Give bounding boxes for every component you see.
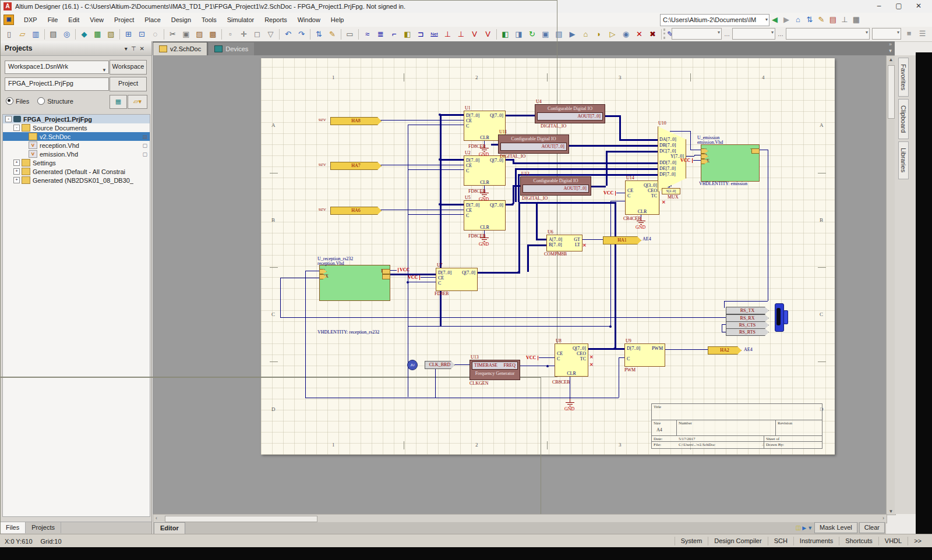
- filtered-objects-icon[interactable]: ▦: [91, 29, 104, 40]
- side-tab-clipboard[interactable]: Clipboard: [898, 99, 909, 139]
- bus-tool-icon[interactable]: ≣: [375, 29, 387, 40]
- gnd-port-icon[interactable]: ⊥: [442, 29, 454, 40]
- schematic-sheet[interactable]: [261, 58, 835, 455]
- tree-item-generated-nb2dsk01-08-db30-[interactable]: +Generated (NB2DSK01_08_DB30_: [3, 176, 150, 185]
- address-bar[interactable]: C:\Users\Altium-2\Documents\IM▾: [660, 14, 769, 26]
- line-style-icon[interactable]: ≡: [903, 28, 915, 40]
- tree-item-generated-default-all-constrai[interactable]: +Generated (Default - All Constrai: [3, 167, 150, 176]
- grid-combo[interactable]: [872, 28, 901, 40]
- vcc2-port-icon[interactable]: V: [482, 29, 494, 40]
- radio-structure[interactable]: Structure: [37, 97, 73, 105]
- menu-help[interactable]: Help: [326, 16, 350, 23]
- minimize-button[interactable]: –: [869, 0, 889, 12]
- menu-file[interactable]: File: [43, 16, 63, 23]
- status-tab-system[interactable]: System: [675, 537, 708, 545]
- filter-funnel-icon[interactable]: ▼: [807, 525, 813, 531]
- print-preview-icon[interactable]: ◎: [61, 29, 73, 40]
- status-tab-design-compiler[interactable]: Design Compiler: [708, 537, 767, 545]
- brush-icon[interactable]: ✎: [816, 14, 827, 25]
- status-tab-instruments[interactable]: Instruments: [793, 537, 839, 545]
- signal-harness-icon[interactable]: ⊐: [415, 29, 427, 40]
- scroll-right-icon[interactable]: ›: [882, 515, 884, 521]
- tree-item-settings[interactable]: +Settings: [3, 158, 150, 167]
- move-icon[interactable]: ✛: [238, 29, 250, 40]
- side-tab-favorites[interactable]: Favorites: [898, 58, 909, 97]
- validate-project-button[interactable]: ▦: [110, 95, 127, 109]
- menu-window[interactable]: Window: [292, 16, 326, 23]
- tree-expander[interactable]: -: [5, 116, 12, 122]
- constraint-combo[interactable]: [786, 28, 870, 40]
- sheet-symbol-icon[interactable]: ◧: [499, 29, 511, 40]
- scroll-down-icon[interactable]: ▼: [887, 509, 895, 514]
- save-icon[interactable]: ▥: [30, 29, 42, 40]
- redo-icon[interactable]: ↷: [295, 29, 308, 40]
- dxp-icon[interactable]: ▣: [3, 15, 14, 25]
- configuration-combo[interactable]: [732, 28, 775, 40]
- cut-icon[interactable]: ✂: [167, 29, 179, 40]
- tree-item-fpga-project1-prjfpg[interactable]: -FPGA_Project1.PrjFpg: [3, 115, 150, 123]
- tree-expander[interactable]: +: [13, 177, 20, 183]
- tree-item-emission-vhd[interactable]: Vemission.Vhd▢: [3, 150, 150, 158]
- layers-icon[interactable]: ▤: [827, 14, 839, 25]
- c-code-entry-icon[interactable]: ▶: [566, 29, 578, 40]
- scroll-up-icon[interactable]: ▲: [887, 56, 895, 64]
- menu-dxp[interactable]: DXP: [19, 16, 43, 23]
- zoom-selected-icon[interactable]: ◌: [149, 29, 161, 40]
- print-icon[interactable]: ▤: [47, 29, 59, 40]
- status-tab-shortcuts[interactable]: Shortcuts: [839, 537, 878, 545]
- maximize-button[interactable]: ▢: [889, 0, 909, 12]
- zoom-window-icon[interactable]: ⊞: [122, 29, 135, 40]
- harness-entry-icon[interactable]: ▷: [606, 29, 619, 40]
- select-area-icon[interactable]: ▫: [224, 29, 236, 40]
- zoom-document-icon[interactable]: ⊡: [136, 29, 148, 40]
- tree-expander[interactable]: +: [13, 160, 20, 166]
- menu-place[interactable]: Place: [139, 16, 166, 23]
- tree-item-reception-vhd[interactable]: Vreception.Vhd▢: [3, 141, 150, 150]
- editor-tab[interactable]: Editor: [154, 522, 185, 534]
- wire-tool-icon[interactable]: ≈: [361, 29, 373, 40]
- new-document-icon[interactable]: ▯: [3, 29, 15, 40]
- status-tab-vhdl[interactable]: VHDL: [878, 537, 908, 545]
- workspace-dropdown[interactable]: Workspace1.DsnWrk▼: [5, 61, 109, 74]
- harness-connector-icon[interactable]: ◗: [593, 29, 605, 40]
- hard-block-icon[interactable]: ▣: [539, 29, 552, 40]
- view-3d-icon[interactable]: ◆: [78, 29, 90, 40]
- c-code-symbol-icon[interactable]: ▤: [553, 29, 565, 40]
- annotate-icon[interactable]: ✎: [326, 29, 338, 40]
- menu-reports[interactable]: Reports: [259, 16, 292, 23]
- open-icon[interactable]: ▱: [16, 29, 29, 40]
- ellipsis-button-2[interactable]: …: [778, 31, 783, 37]
- menu-project[interactable]: Project: [109, 16, 139, 23]
- play-icon[interactable]: ▶: [802, 525, 806, 531]
- tab-overflow-buttons[interactable]: »▾: [886, 41, 895, 55]
- compile-mask-icon[interactable]: ✖: [647, 29, 659, 40]
- status-tab--[interactable]: >>: [908, 537, 927, 545]
- place-part-icon[interactable]: ◧: [401, 29, 414, 40]
- copy-icon[interactable]: ▣: [180, 29, 192, 40]
- tab-devices[interactable]: Devices: [209, 42, 254, 55]
- paste-array-icon[interactable]: ▩: [207, 29, 219, 40]
- tree-expander[interactable]: +: [13, 168, 20, 175]
- panel-tab-projects[interactable]: Projects: [26, 522, 61, 533]
- tree-item-v2-schdoc[interactable]: v2.SchDoc▤: [3, 132, 150, 141]
- close-icon[interactable]: ✕: [140, 45, 148, 52]
- variant-combo[interactable]: [672, 28, 722, 40]
- ellipsis-button[interactable]: …: [724, 31, 730, 37]
- sheet-entry-icon[interactable]: ◨: [513, 29, 525, 40]
- highlight-icon[interactable]: ◫: [796, 524, 801, 531]
- tree-item-source-documents[interactable]: -Source Documents: [3, 123, 150, 132]
- menu-design[interactable]: Design: [166, 16, 196, 23]
- project-field[interactable]: FPGA_Project1.PrjFpg: [5, 77, 109, 91]
- power-port-icon[interactable]: ⊥: [455, 29, 467, 40]
- grid-icon[interactable]: ▦: [850, 14, 862, 25]
- chevron-down-icon[interactable]: ▾: [765, 15, 768, 25]
- panel-menu-icon[interactable]: ▾: [125, 45, 131, 52]
- clear-button[interactable]: Clear: [859, 522, 885, 533]
- paste-icon[interactable]: ▨: [193, 29, 206, 40]
- close-button[interactable]: ✕: [909, 0, 929, 12]
- workspace-button[interactable]: Workspace: [110, 60, 147, 75]
- device-sheet-icon[interactable]: ↻: [526, 29, 538, 40]
- home-icon[interactable]: ⌂: [792, 14, 804, 25]
- project-button[interactable]: Project: [110, 77, 147, 91]
- probe-icon[interactable]: ◉: [620, 29, 632, 40]
